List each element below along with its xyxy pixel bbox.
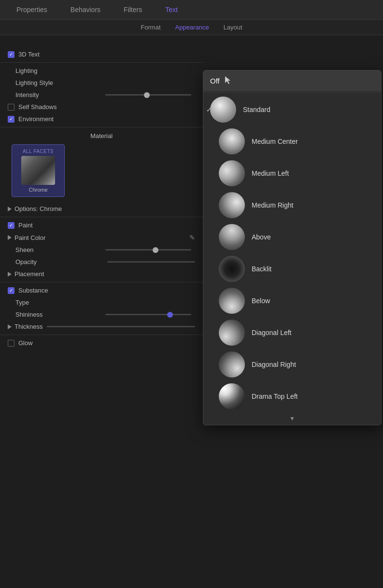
diagonal-left-label: Diagonal Left <box>252 329 292 336</box>
placement-arrow <box>8 272 12 277</box>
tab-properties[interactable]: Properties <box>5 0 59 19</box>
paint-checkbox[interactable] <box>8 222 14 229</box>
sub-tab-bar: Format Appearance Layout <box>0 20 383 35</box>
paint-color-label: Paint Color <box>14 234 45 241</box>
sheen-slider[interactable] <box>105 249 191 251</box>
intensity-slider[interactable] <box>105 94 191 96</box>
paint-row[interactable]: Paint <box>0 219 203 231</box>
options-chrome-row[interactable]: Options: Chrome <box>0 203 203 215</box>
dropdown-scroll-down[interactable]: ▼ <box>203 412 381 425</box>
lighting-style-row: Lighting Style <box>0 77 203 89</box>
placement-row[interactable]: Placement <box>0 268 203 280</box>
lighting-row: Lighting <box>0 65 203 77</box>
above-label: Above <box>252 233 271 241</box>
top-tab-bar: Properties Behaviors Filters Text <box>0 0 383 20</box>
environment-checkbox[interactable] <box>8 116 14 123</box>
sphere-below <box>219 288 245 314</box>
sphere-backlit <box>219 256 245 282</box>
opacity-label: Opacity <box>15 258 103 266</box>
dropdown-item-diagonal-right[interactable]: Diagonal Right <box>203 349 381 380</box>
self-shadows-label: Self Shadows <box>18 103 195 111</box>
lighting-label: Lighting <box>15 67 195 74</box>
glow-checkbox[interactable] <box>8 340 14 347</box>
shininess-slider[interactable] <box>105 314 191 315</box>
environment-label: Environment <box>18 115 195 123</box>
opacity-row[interactable]: Opacity <box>0 256 203 268</box>
glow-label: Glow <box>18 339 195 347</box>
intensity-thumb[interactable] <box>144 92 150 98</box>
placement-label: Placement <box>14 270 44 278</box>
below-label: Below <box>252 297 270 305</box>
self-shadows-checkbox[interactable] <box>8 104 14 111</box>
lighting-style-label: Lighting Style <box>15 79 195 86</box>
diagonal-right-label: Diagonal Right <box>252 361 296 368</box>
sheen-thumb[interactable] <box>153 247 158 253</box>
tab-behaviors[interactable]: Behaviors <box>59 0 112 19</box>
type-row: Type <box>0 296 203 308</box>
dropdown-item-medium-right[interactable]: Medium Right <box>203 189 381 221</box>
paint-color-edit-icon[interactable]: ✎ <box>189 234 195 241</box>
self-shadows-row[interactable]: Self Shadows <box>0 101 203 113</box>
glow-row[interactable]: Glow <box>0 337 203 349</box>
sphere-diagonal-left <box>219 320 245 346</box>
3d-text-checkbox[interactable] <box>8 51 14 58</box>
options-chrome-label: Options: Chrome <box>14 205 62 212</box>
subtab-appearance[interactable]: Appearance <box>175 24 209 31</box>
paint-color-row[interactable]: Paint Color ✎ <box>0 231 203 244</box>
shininess-label: Shininess <box>15 311 101 318</box>
chrome-thumbnail <box>21 156 55 185</box>
substance-label: Substance <box>18 287 195 294</box>
dropdown-item-below[interactable]: Below <box>203 285 381 317</box>
material-label: Material <box>0 129 203 142</box>
thickness-arrow <box>8 324 12 329</box>
all-facets-label: ALL FACETS <box>23 149 54 154</box>
dropdown-item-drama-top-left[interactable]: Drama Top Left <box>203 380 381 412</box>
opacity-bar <box>107 261 195 263</box>
dropdown-item-standard[interactable]: ✓ Standard <box>203 94 381 126</box>
medium-right-label: Medium Right <box>252 201 293 209</box>
subtab-layout[interactable]: Layout <box>224 24 242 31</box>
thickness-row[interactable]: Thickness <box>0 321 203 333</box>
paint-color-arrow <box>8 235 12 240</box>
thickness-label: Thickness <box>14 323 43 330</box>
backlit-label: Backlit <box>252 265 271 273</box>
sheen-label: Sheen <box>15 246 101 253</box>
3d-text-label: 3D Text <box>18 51 195 58</box>
substance-row[interactable]: Substance <box>0 284 203 296</box>
drama-top-left-label: Drama Top Left <box>252 392 298 400</box>
sheen-row[interactable]: Sheen <box>0 244 203 256</box>
sphere-above <box>219 224 245 250</box>
3d-text-row[interactable]: 3D Text <box>0 48 203 60</box>
dropdown-item-above[interactable]: Above <box>203 221 381 253</box>
type-label: Type <box>15 299 195 306</box>
shininess-row[interactable]: Shininess <box>0 308 203 321</box>
intensity-label: Intensity <box>15 91 101 98</box>
sphere-standard <box>210 97 236 123</box>
tab-filters[interactable]: Filters <box>112 0 154 19</box>
intensity-row[interactable]: Intensity <box>0 89 203 101</box>
dropdown-item-medium-center[interactable]: Medium Center <box>203 126 381 157</box>
all-facets-material-box[interactable]: ALL FACETS Chrome <box>12 144 65 197</box>
lighting-style-dropdown[interactable]: Off ✓ Standard Medium Center Medium Left… <box>203 70 382 425</box>
dropdown-item-diagonal-left[interactable]: Diagonal Left <box>203 317 381 349</box>
off-label: Off <box>210 77 220 85</box>
sphere-medium-left <box>219 160 245 186</box>
sphere-medium-center <box>219 128 245 154</box>
tab-text[interactable]: Text <box>154 0 189 19</box>
dropdown-item-backlit[interactable]: Backlit <box>203 253 381 285</box>
dropdown-item-off[interactable]: Off <box>203 70 381 91</box>
medium-center-label: Medium Center <box>252 138 298 145</box>
properties-panel: 3D Text Lighting Lighting Style Intensit… <box>0 43 203 588</box>
dropdown-item-medium-left[interactable]: Medium Left <box>203 157 381 189</box>
medium-left-label: Medium Left <box>252 169 289 177</box>
cursor-indicator <box>224 75 231 86</box>
options-chrome-arrow <box>8 207 12 211</box>
subtab-format[interactable]: Format <box>141 24 160 31</box>
shininess-thumb[interactable] <box>167 312 173 318</box>
paint-label: Paint <box>18 222 195 229</box>
substance-checkbox[interactable] <box>8 287 14 294</box>
chrome-name: Chrome <box>28 187 47 193</box>
sphere-medium-right <box>219 192 245 218</box>
environment-row[interactable]: Environment <box>0 113 203 125</box>
standard-checkmark: ✓ <box>206 106 212 113</box>
